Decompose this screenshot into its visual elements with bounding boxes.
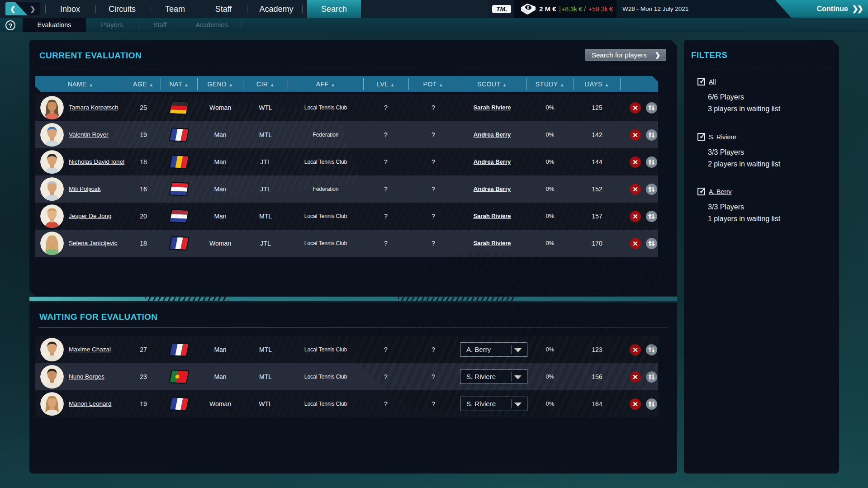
- svg-text:$: $: [527, 5, 529, 10]
